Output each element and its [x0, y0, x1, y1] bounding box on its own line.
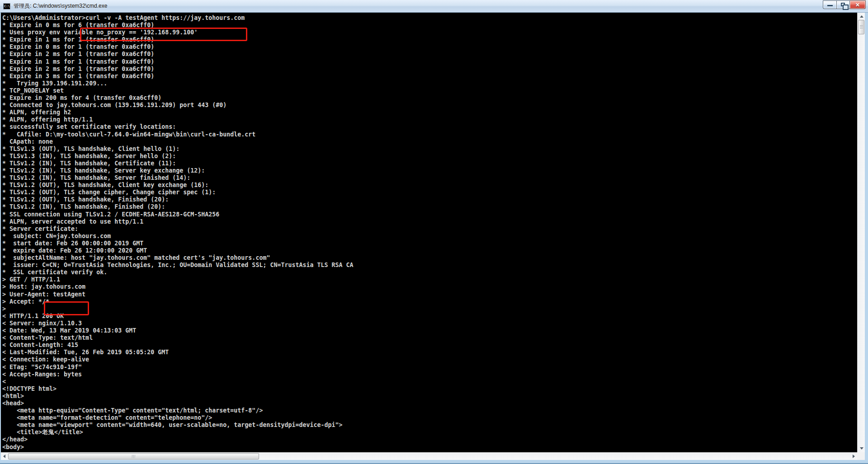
terminal-line: * TLSv1.2 (IN), TLS handshake, Server fi… — [2, 174, 354, 182]
terminal-line: CApath: none — [2, 138, 354, 145]
terminal-line: <!DOCTYPE html> — [2, 385, 354, 393]
vertical-scrollbar-thumb[interactable] — [858, 20, 864, 34]
terminal-line: < — [2, 378, 354, 385]
terminal-line: * ALPN, server accepted to use http/1.1 — [2, 218, 354, 225]
terminal-line: < Content-Length: 415 — [2, 342, 354, 349]
window-frame: C:\ 管理员: C:\windows\system32\cmd.exe ✕ C… — [0, 0, 868, 464]
terminal-line: <meta http-equiv="Content-Type" content=… — [2, 407, 354, 414]
terminal-line: * Expire in 200 ms for 4 (transfer 0xa6c… — [2, 94, 354, 102]
terminal-line: * Expire in 3 ms for 1 (transfer 0xa6cff… — [2, 73, 354, 80]
terminal-line: * ALPN, offering http/1.1 — [2, 116, 354, 123]
terminal-line: * successfully set certificate verify lo… — [2, 123, 354, 131]
scroll-left-icon[interactable] — [3, 455, 5, 458]
scroll-right-icon[interactable] — [853, 455, 855, 458]
terminal-line: > Host: jay.tohours.com — [2, 283, 354, 291]
terminal-line: * Expire in 1 ms for 1 (transfer 0xa6cff… — [2, 58, 354, 66]
terminal-line: * start date: Feb 26 00:00:00 2019 GMT — [2, 240, 354, 247]
scrollbar-grip-icon — [132, 455, 136, 458]
terminal-line: <body> — [2, 444, 354, 451]
terminal-line: < HTTP/1.1 200 OK — [2, 313, 354, 320]
terminal-line: * Trying 139.196.191.209... — [2, 80, 354, 87]
restore-icon — [841, 3, 845, 6]
terminal-line: < Connection: keep-alive — [2, 356, 354, 363]
close-icon: ✕ — [850, 1, 865, 9]
terminal-line: * subjectAltName: host "jay.tohours.com"… — [2, 254, 354, 262]
terminal-line: <meta name="viewport" content="width=640… — [2, 422, 354, 429]
terminal-line: * TCP_NODELAY set — [2, 87, 354, 94]
terminal-line: * Expire in 0 ms for 6 (transfer 0xa6cff… — [2, 22, 354, 29]
terminal-line: <title>老鬼</title> — [2, 429, 354, 436]
terminal-line: * TLSv1.2 (IN), TLS handshake, Certifica… — [2, 160, 354, 167]
window-title: 管理员: C:\windows\system32\cmd.exe — [14, 2, 107, 10]
console-text: C:\Users\Administrator>curl -v -A testAg… — [2, 14, 354, 451]
terminal-line: * SSL certificate verify ok. — [2, 269, 354, 276]
terminal-line: > GET / HTTP/1.1 — [2, 276, 354, 283]
terminal-line: * TLSv1.2 (OUT), TLS handshake, Client k… — [2, 182, 354, 189]
terminal-line: <meta name="format-detection" content="t… — [2, 414, 354, 422]
restore-button[interactable] — [836, 0, 850, 9]
terminal-line: * Expire in 2 ms for 1 (transfer 0xa6cff… — [2, 51, 354, 58]
cmd-icon[interactable]: C:\ — [3, 3, 10, 9]
terminal-line: * subject: CN=jay.tohours.com — [2, 233, 354, 240]
terminal-line: * Expire in 2 ms for 1 (transfer 0xa6cff… — [2, 66, 354, 73]
minimize-icon — [827, 5, 833, 6]
horizontal-scrollbar-thumb[interactable] — [8, 453, 259, 459]
terminal-line: * SSL connection using TLSv1.2 / ECDHE-R… — [2, 211, 354, 218]
terminal-line: * TLSv1.2 (OUT), TLS change cipher, Chan… — [2, 189, 354, 196]
terminal-line: * TLSv1.2 (OUT), TLS handshake, Finished… — [2, 196, 354, 203]
caption-buttons: ✕ — [823, 0, 866, 9]
terminal-line: > — [2, 305, 354, 313]
terminal-line: C:\Users\Administrator>curl -v -A testAg… — [2, 14, 354, 22]
terminal-line: * TLSv1.3 (IN), TLS handshake, Server he… — [2, 153, 354, 160]
terminal-line: * Expire in 0 ms for 1 (transfer 0xa6cff… — [2, 43, 354, 51]
title-bar[interactable]: C:\ 管理员: C:\windows\system32\cmd.exe ✕ — [0, 0, 868, 13]
terminal-line: < ETag: "5c74c910-19f" — [2, 364, 354, 371]
terminal-line: < Last-Modified: Tue, 26 Feb 2019 05:05:… — [2, 349, 354, 356]
terminal-line: </head> — [2, 436, 354, 443]
terminal-line: <head> — [2, 400, 354, 407]
terminal-line: * TLSv1.3 (OUT), TLS handshake, Client h… — [2, 145, 354, 153]
terminal-line: * TLSv1.2 (IN), TLS handshake, Server ke… — [2, 167, 354, 174]
terminal-line: * ALPN, offering h2 — [2, 109, 354, 116]
scroll-up-icon[interactable] — [860, 15, 863, 18]
close-button[interactable]: ✕ — [850, 0, 866, 9]
scrollbar-corner — [857, 452, 865, 460]
terminal-console[interactable]: C:\Users\Administrator>curl -v -A testAg… — [1, 13, 857, 452]
terminal-line: > Accept: */* — [2, 298, 354, 305]
terminal-line: < Server: nginx/1.10.3 — [2, 320, 354, 327]
scrollbar-grip-icon — [860, 25, 863, 29]
terminal-line: * Expire in 1 ms for 1 (transfer 0xa6cff… — [2, 36, 354, 43]
terminal-line: * Uses proxy env variable no_proxy == '1… — [2, 29, 354, 36]
terminal-line: < Date: Wed, 13 Mar 2019 04:13:03 GMT — [2, 327, 354, 334]
vertical-scrollbar[interactable] — [857, 13, 865, 452]
terminal-line: * Connected to jay.tohours.com (139.196.… — [2, 102, 354, 109]
minimize-button[interactable] — [823, 0, 836, 9]
terminal-line: * expire date: Feb 26 12:00:00 2020 GMT — [2, 247, 354, 254]
terminal-line: * Server certificate: — [2, 225, 354, 233]
terminal-line: * TLSv1.2 (IN), TLS handshake, Finished … — [2, 203, 354, 211]
terminal-line: > User-Agent: testAgent — [2, 291, 354, 298]
terminal-line: < Content-Type: text/html — [2, 334, 354, 342]
terminal-line: < Accept-Ranges: bytes — [2, 371, 354, 378]
scroll-down-icon[interactable] — [860, 447, 863, 450]
terminal-line: * issuer: C=CN; O=TrustAsia Technologies… — [2, 262, 354, 269]
horizontal-scrollbar[interactable] — [1, 452, 857, 460]
terminal-line: <html> — [2, 393, 354, 400]
terminal-line: * CAfile: D:\my-tools\curl-7.64.0-win64-… — [2, 131, 354, 138]
